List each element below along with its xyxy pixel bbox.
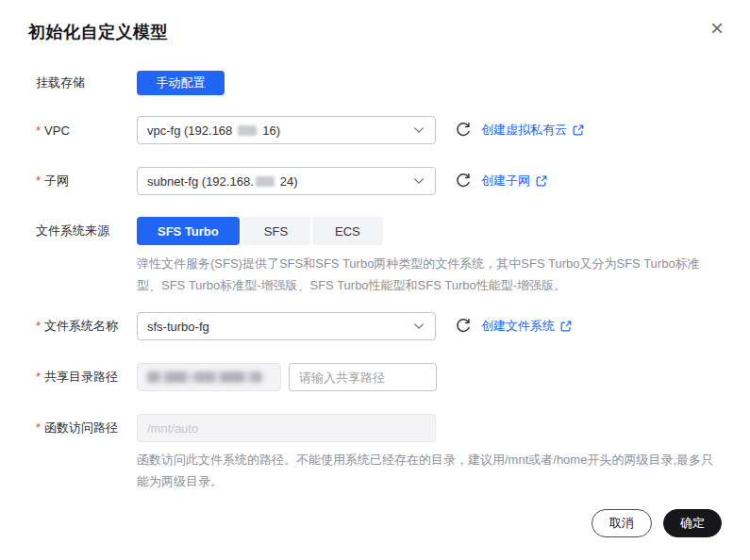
redacted-text	[238, 125, 257, 136]
redacted-text	[147, 371, 262, 383]
access-path-value: /mnt/auto	[147, 421, 198, 436]
fs-name-row: *文件系统名称 sfs-turbo-fg 创建文件系统	[36, 311, 724, 341]
create-subnet-link-text: 创建子网	[481, 173, 530, 189]
external-link-icon	[535, 174, 548, 188]
required-mark: *	[36, 319, 41, 333]
share-path-label-text: 共享目录路径	[44, 370, 118, 384]
refresh-icon[interactable]	[454, 317, 473, 336]
access-path-input: /mnt/auto	[137, 414, 436, 442]
fs-source-row: 文件系统来源 SFS Turbo SFS ECS	[36, 216, 724, 246]
tab-ecs[interactable]: ECS	[312, 217, 383, 245]
init-custom-model-dialog: 初始化自定义模型 × 挂载存储 手动配置 *VPC vpc-fg (192.16…	[0, 0, 750, 560]
share-path-prefix-input	[137, 363, 281, 391]
create-file-system-link[interactable]: 创建文件系统	[481, 318, 573, 335]
manual-config-button[interactable]: 手动配置	[137, 71, 225, 95]
fs-source-label: 文件系统来源	[36, 222, 137, 239]
fs-name-label-text: 文件系统名称	[44, 319, 118, 333]
fs-name-select[interactable]: sfs-turbo-fg	[137, 312, 436, 340]
create-vpc-link[interactable]: 创建虚拟私有云	[481, 122, 585, 139]
subnet-label-text: 子网	[44, 173, 69, 188]
required-mark: *	[36, 420, 41, 435]
vpc-row: *VPC vpc-fg (192.168 16) 创建虚拟私有云	[36, 115, 724, 145]
refresh-icon[interactable]	[454, 172, 473, 190]
subnet-value-prefix: subnet-fg (192.168.	[147, 174, 254, 189]
tab-sfs-turbo[interactable]: SFS Turbo	[137, 217, 240, 245]
access-path-hint: 函数访问此文件系统的路径。不能使用系统已经存在的目录，建议用/mnt或者/hom…	[137, 449, 720, 492]
cancel-button[interactable]: 取消	[592, 509, 652, 537]
mount-storage-row: 挂载存储 手动配置	[36, 68, 724, 98]
fs-source-description: 弹性文件服务(SFS)提供了SFS和SFS Turbo两种类型的文件系统，其中S…	[137, 253, 714, 296]
external-link-icon	[559, 320, 573, 333]
fs-name-value: sfs-turbo-fg	[147, 320, 209, 334]
chevron-down-icon	[412, 174, 425, 188]
redacted-text	[256, 176, 275, 187]
access-path-label: *函数访问路径	[36, 420, 137, 436]
fs-source-tabs: SFS Turbo SFS ECS	[137, 217, 383, 245]
vpc-select[interactable]: vpc-fg (192.168 16)	[137, 116, 436, 144]
subnet-row: *子网 subnet-fg (192.168. 24) 创建子网	[36, 166, 724, 196]
close-icon[interactable]: ×	[702, 13, 732, 43]
subnet-value-suffix: 24)	[280, 174, 298, 189]
mount-storage-label: 挂载存储	[36, 74, 137, 91]
vpc-label: *VPC	[36, 124, 137, 138]
dialog-footer: 取消 确定	[592, 509, 722, 537]
access-path-label-text: 函数访问路径	[44, 420, 118, 435]
vpc-value-suffix: 16)	[262, 124, 280, 138]
create-subnet-link[interactable]: 创建子网	[481, 173, 548, 189]
chevron-down-icon	[412, 124, 425, 137]
required-mark: *	[36, 124, 41, 138]
chevron-down-icon	[412, 320, 425, 333]
vpc-label-text: VPC	[44, 124, 70, 138]
external-link-icon	[572, 124, 585, 137]
share-path-input[interactable]	[289, 363, 437, 391]
refresh-icon[interactable]	[454, 121, 473, 140]
vpc-value-prefix: vpc-fg (192.168	[147, 124, 232, 138]
required-mark: *	[36, 173, 41, 188]
share-path-row: *共享目录路径	[36, 362, 724, 392]
dialog-title: 初始化自定义模型	[28, 21, 168, 43]
create-vpc-link-text: 创建虚拟私有云	[481, 122, 567, 139]
subnet-label: *子网	[36, 173, 137, 189]
subnet-select[interactable]: subnet-fg (192.168. 24)	[137, 167, 436, 195]
required-mark: *	[36, 370, 41, 384]
tab-sfs[interactable]: SFS	[242, 217, 310, 245]
share-path-label: *共享目录路径	[36, 369, 137, 386]
fs-name-label: *文件系统名称	[36, 318, 137, 335]
create-file-system-link-text: 创建文件系统	[481, 318, 555, 335]
ok-button[interactable]: 确定	[663, 509, 722, 537]
access-path-row: *函数访问路径 /mnt/auto	[36, 413, 724, 443]
